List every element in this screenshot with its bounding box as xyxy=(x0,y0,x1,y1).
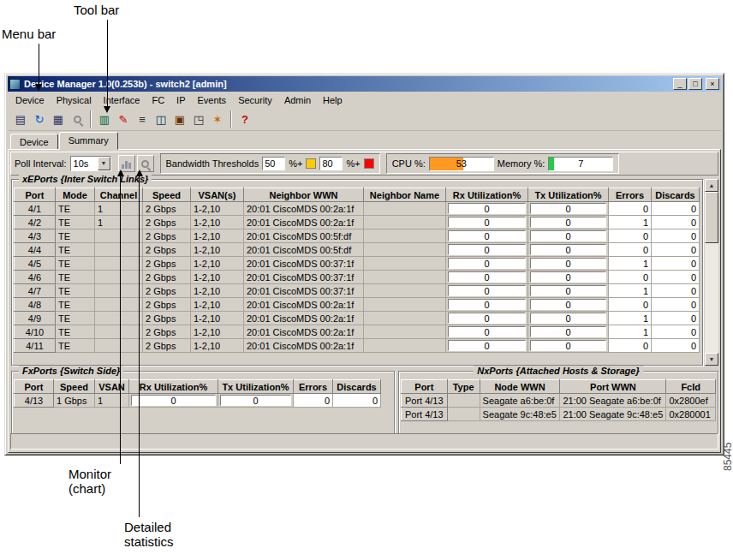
table-row: 4/3TE2 Gbps1-2,1020:01 CiscoMDS 00:5f:df… xyxy=(15,229,700,243)
table-cell: 0 xyxy=(528,271,609,284)
maximize-button[interactable]: □ xyxy=(688,78,702,90)
zoom-icon xyxy=(74,116,81,123)
column-header[interactable]: Node WWN xyxy=(480,380,560,394)
menu-item-fc[interactable]: FC xyxy=(146,93,170,107)
poll-interval-select[interactable]: 10s ▼ xyxy=(70,156,111,171)
log-button[interactable]: ≡ xyxy=(133,110,152,128)
modules-button[interactable]: ▦ xyxy=(49,110,68,128)
port-cell[interactable]: 4/4 xyxy=(15,243,56,257)
summary-content: Poll Interval: 10s ▼ Bandwidth Threshold… xyxy=(8,149,721,453)
launch-button[interactable]: ◳ xyxy=(189,110,208,128)
column-header[interactable]: Tx Utilization% xyxy=(218,380,294,394)
column-header[interactable]: Discards xyxy=(652,188,700,202)
scrollbar-thumb[interactable] xyxy=(705,192,718,243)
value-box: 0 xyxy=(448,299,526,310)
table-cell: TE xyxy=(56,325,95,339)
port-cell[interactable]: 4/7 xyxy=(15,284,56,298)
column-header[interactable]: Port xyxy=(15,188,56,202)
chevron-down-icon[interactable]: ▼ xyxy=(98,157,110,170)
table-cell: TE xyxy=(56,202,95,216)
menu-item-device[interactable]: Device xyxy=(9,93,51,107)
menu-item-security[interactable]: Security xyxy=(232,93,278,107)
edit-button[interactable]: ✎ xyxy=(114,110,133,128)
column-header[interactable]: Type xyxy=(447,380,480,394)
menu-item-ip[interactable]: IP xyxy=(170,93,191,107)
help-button[interactable]: ? xyxy=(235,110,254,128)
column-header[interactable]: Port xyxy=(402,380,448,394)
tab-summary[interactable]: Summary xyxy=(59,132,118,150)
column-header[interactable]: VSAN xyxy=(95,380,129,394)
table-cell: 0 xyxy=(129,394,218,408)
port-cell[interactable]: 4/2 xyxy=(15,216,56,229)
column-header[interactable]: Port xyxy=(15,380,54,394)
table-cell xyxy=(95,243,143,257)
wizard-button[interactable]: ✶ xyxy=(208,110,227,128)
zoom-button[interactable] xyxy=(68,110,86,128)
column-header[interactable]: Neighbor WWN xyxy=(244,188,364,202)
port-cell[interactable]: Port 4/13 xyxy=(402,394,448,408)
column-header[interactable]: Neighbor Name xyxy=(364,188,446,202)
port-cell[interactable]: 4/10 xyxy=(15,325,56,339)
port-cell[interactable]: Port 4/13 xyxy=(402,408,448,421)
column-header[interactable]: Discards xyxy=(333,380,381,394)
users-button[interactable]: ◫ xyxy=(152,110,170,128)
column-header[interactable]: Channel xyxy=(95,188,143,202)
minimize-button[interactable]: _ xyxy=(673,78,687,90)
scrollbar-track[interactable] xyxy=(705,192,718,353)
port-cell[interactable]: 4/3 xyxy=(15,229,56,243)
menu-item-events[interactable]: Events xyxy=(191,93,232,107)
port-cell[interactable]: 4/5 xyxy=(15,257,56,271)
menu-item-help[interactable]: Help xyxy=(317,93,349,107)
callout-line: Detailed xyxy=(124,520,174,534)
title-bar[interactable]: Device Manager 1.0(0.253b) - switch2 [ad… xyxy=(8,76,721,92)
column-header[interactable]: Port WWN xyxy=(560,380,666,394)
menu-item-interface[interactable]: Interface xyxy=(98,93,146,107)
table-cell: 0 xyxy=(446,284,528,298)
table-cell: 21:00 Seagate a6:be:0f xyxy=(560,394,666,408)
column-header[interactable]: Rx Utilization% xyxy=(129,380,218,394)
table-cell: 1-2,10 xyxy=(191,243,244,257)
table-cell xyxy=(95,284,143,298)
copy-button[interactable]: ▣ xyxy=(170,110,189,128)
column-header[interactable]: Tx Utilization% xyxy=(528,188,609,202)
column-header[interactable]: Speed xyxy=(54,380,95,394)
column-header[interactable]: Errors xyxy=(294,380,333,394)
table-icon: ▥ xyxy=(99,114,110,125)
table-cell: 1 xyxy=(609,216,652,229)
column-header[interactable]: Errors xyxy=(609,188,652,202)
table-cell: 20:01 CiscoMDS 00:2a:1f xyxy=(244,312,364,325)
scroll-down-icon[interactable]: ▼ xyxy=(705,353,718,366)
menu-item-physical[interactable]: Physical xyxy=(51,93,98,107)
menu-item-admin[interactable]: Admin xyxy=(278,93,317,107)
port-cell[interactable]: 4/1 xyxy=(15,202,56,216)
callout-monitor-chart: Monitor (chart) xyxy=(69,467,111,496)
scroll-up-icon[interactable]: ▲ xyxy=(705,179,718,192)
port-cell[interactable]: 4/6 xyxy=(15,271,56,284)
tab-device[interactable]: Device xyxy=(10,134,58,150)
refresh-button[interactable]: ↻ xyxy=(30,110,49,128)
port-cell[interactable]: 4/9 xyxy=(15,312,56,325)
column-header[interactable]: FcId xyxy=(666,380,716,394)
table-cell: 0 xyxy=(446,202,528,216)
vertical-scrollbar[interactable]: ▲ ▼ xyxy=(705,179,718,366)
table-cell: 2 Gbps xyxy=(143,298,191,312)
port-cell[interactable]: 4/11 xyxy=(15,339,56,353)
menu-bar-pointer-line xyxy=(39,44,39,84)
tab-strip: DeviceSummary xyxy=(8,131,721,149)
port-cell[interactable]: 4/8 xyxy=(15,298,56,312)
column-header[interactable]: Speed xyxy=(143,188,191,202)
column-header[interactable]: Rx Utilization% xyxy=(446,188,528,202)
value-box: 0 xyxy=(448,244,526,255)
table-cell: 0 xyxy=(528,284,609,298)
port-cell[interactable]: 4/13 xyxy=(15,394,54,408)
threshold1-input[interactable] xyxy=(262,157,285,170)
threshold2-input[interactable] xyxy=(319,157,343,170)
table-cell: 20:01 CiscoMDS 00:2a:1f xyxy=(244,216,364,229)
table-cell: 2 Gbps xyxy=(143,202,191,216)
open-device-button[interactable]: ▤ xyxy=(11,110,30,128)
close-button[interactable]: × xyxy=(706,78,719,90)
column-header[interactable]: Mode xyxy=(56,188,95,202)
table-cell: 0 xyxy=(609,298,652,312)
column-header[interactable]: VSAN(s) xyxy=(191,188,244,202)
table-cell xyxy=(364,257,446,271)
